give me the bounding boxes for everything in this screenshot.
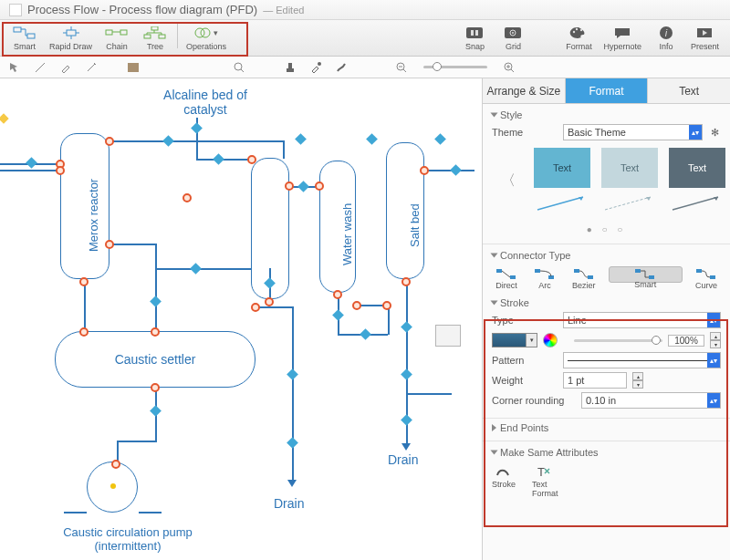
ruler-marker[interactable] (0, 113, 9, 123)
connection-point[interactable] (150, 296, 162, 307)
opacity-knob[interactable] (652, 336, 661, 345)
connection-point[interactable] (213, 153, 224, 165)
conn[interactable] (110, 140, 283, 142)
chain-button[interactable]: Chain (98, 23, 136, 53)
connection-point[interactable] (162, 135, 174, 147)
selection-handle[interactable] (105, 137, 114, 146)
zoom-slider[interactable] (423, 66, 487, 68)
smart-button[interactable]: Smart (5, 23, 44, 53)
corner-select[interactable]: 0.10 in▴▾ (581, 392, 721, 409)
selection-handle[interactable] (420, 166, 429, 175)
style-header[interactable]: Style (492, 109, 721, 120)
tool-stamp[interactable] (281, 59, 299, 76)
hypernote-button[interactable]: Hypernote (598, 23, 647, 53)
conn[interactable] (155, 268, 251, 270)
info-button[interactable]: i Info (647, 23, 685, 53)
zoom-knob[interactable] (433, 62, 442, 71)
selection-handle[interactable] (352, 301, 361, 310)
connection-point[interactable] (297, 181, 309, 192)
conn-direct[interactable]: Direct (492, 266, 521, 292)
tool-wand[interactable] (82, 59, 100, 76)
tool-crop[interactable] (124, 59, 142, 76)
selection-handle[interactable] (402, 277, 411, 286)
selection-handle[interactable] (333, 290, 342, 299)
selection-handle[interactable] (105, 240, 114, 249)
selection-handle[interactable] (382, 301, 391, 310)
selection-handle[interactable] (285, 181, 294, 191)
conn[interactable] (292, 306, 294, 484)
connection-point[interactable] (360, 328, 371, 340)
format-button[interactable]: Format (559, 23, 598, 53)
theme-gear-icon[interactable]: ✻ (708, 126, 721, 139)
selection-handle[interactable] (265, 297, 274, 306)
selection-handle[interactable] (151, 327, 160, 337)
tab-format[interactable]: Format (566, 78, 649, 103)
pattern-select[interactable]: ▴▾ (563, 352, 721, 368)
tool-zoom[interactable] (230, 59, 248, 76)
swatch-pager[interactable]: ● ○ ○ (492, 224, 721, 234)
selection-handle[interactable] (315, 181, 324, 191)
tool-brush[interactable] (332, 59, 350, 76)
connection-point[interactable] (295, 133, 307, 145)
theme-select[interactable]: Basic Theme▴▾ (563, 124, 703, 140)
zoom-out-button[interactable] (392, 59, 411, 76)
stroke-type-select[interactable]: Line▴▾ (563, 312, 721, 328)
tree-button[interactable]: Tree (136, 23, 174, 53)
small-box-shape[interactable] (435, 325, 461, 347)
connection-point[interactable] (287, 368, 298, 380)
weight-stepper[interactable]: ▴▾ (632, 372, 643, 389)
connector-type-header[interactable]: Connector Type (492, 250, 721, 261)
make-same-header[interactable]: Make Same Attributes (492, 447, 721, 458)
ms-stroke[interactable]: Stroke (492, 465, 516, 498)
zoom-in-button[interactable] (500, 59, 518, 76)
connection-point[interactable] (401, 321, 412, 333)
tab-text[interactable]: Text (648, 78, 730, 103)
tool-line[interactable] (31, 59, 49, 76)
swatch-3[interactable]: Text (669, 148, 725, 188)
conn[interactable] (110, 244, 155, 245)
selection-handle[interactable] (151, 383, 160, 392)
tool-pen[interactable] (57, 59, 75, 76)
tool-arrow[interactable] (5, 59, 24, 76)
selection-handle[interactable] (111, 460, 120, 469)
swatch-prev[interactable]: 〈 (497, 171, 519, 191)
conn[interactable] (406, 393, 452, 395)
selection-handle[interactable] (247, 155, 256, 164)
tab-arrange[interactable]: Arrange & Size (483, 78, 566, 103)
conn-curve[interactable]: Curve (692, 266, 721, 292)
operations-button[interactable]: ▾ Operations (181, 23, 232, 53)
conn[interactable] (0, 170, 60, 171)
conn[interactable] (256, 306, 292, 308)
merox-reactor-shape[interactable] (60, 133, 110, 279)
rapid-draw-button[interactable]: Rapid Draw (44, 23, 98, 53)
conn[interactable] (84, 279, 86, 331)
conn[interactable] (283, 140, 285, 159)
ms-text-format[interactable]: TText Format (532, 465, 558, 498)
connection-point[interactable] (287, 437, 298, 449)
connection-point[interactable] (434, 133, 446, 145)
tool-eyedropper[interactable] (307, 59, 325, 76)
stroke-color-swatch[interactable]: ▾ (492, 333, 537, 347)
pump-shape[interactable] (78, 461, 151, 516)
opacity-slider[interactable] (574, 339, 662, 342)
connection-point[interactable] (190, 263, 202, 275)
arrow-swatch-2[interactable] (601, 193, 658, 213)
selection-handle[interactable] (182, 193, 192, 202)
weight-field[interactable]: 1 pt (563, 372, 627, 389)
opacity-field[interactable]: 100% (668, 335, 704, 347)
selection-handle[interactable] (251, 303, 260, 312)
arrow-swatch-1[interactable] (534, 193, 590, 213)
present-button[interactable]: Present (685, 23, 725, 53)
swatch-2[interactable]: Text (601, 148, 658, 188)
conn[interactable] (155, 244, 157, 331)
connection-point[interactable] (450, 164, 462, 176)
conn-smart[interactable]: Smart (609, 266, 683, 283)
connection-point[interactable] (401, 368, 412, 380)
stroke-header[interactable]: Stroke (492, 297, 721, 308)
connection-point[interactable] (401, 414, 412, 426)
selection-handle[interactable] (56, 166, 65, 175)
color-wheel-icon[interactable] (543, 333, 558, 347)
connection-point[interactable] (191, 122, 203, 134)
connection-point[interactable] (332, 309, 344, 321)
connection-point[interactable] (150, 405, 162, 417)
